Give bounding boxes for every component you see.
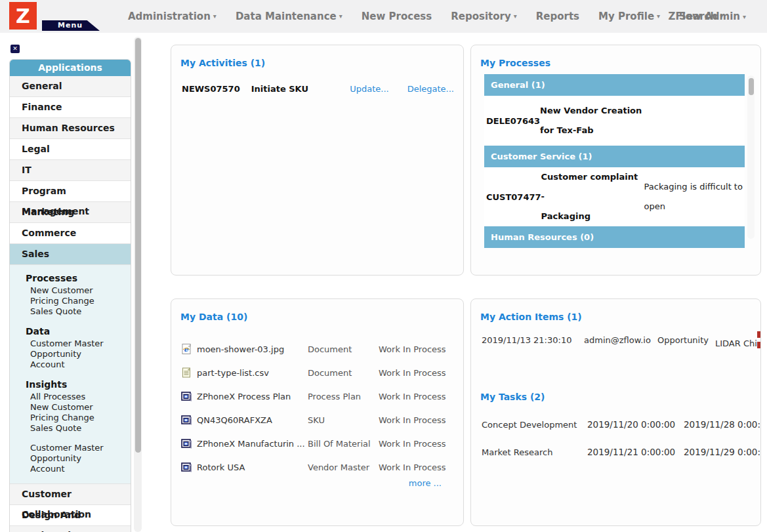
process-row[interactable]: DELE07643 New Vendor Creation for Tex-Fa… bbox=[484, 96, 745, 146]
applications-header: Applications bbox=[10, 60, 131, 76]
process-group-human-resources[interactable]: Human Resources (0) bbox=[484, 226, 745, 248]
my-action-items-card: My Action Items (1) 2019/11/13 21:30:10 … bbox=[470, 298, 761, 526]
data-row[interactable]: ZPhoneX Manufacturin ... Bill Of Materia… bbox=[181, 432, 454, 455]
data-item-name: QN43Q60RAFXZA bbox=[197, 415, 272, 425]
more-link[interactable]: more ... bbox=[409, 478, 442, 488]
submenu-link-account[interactable]: Account bbox=[26, 359, 125, 370]
data-row[interactable]: QN43Q60RAFXZA SKU Work In Process bbox=[181, 408, 454, 432]
task-end-date: 2019/11/29 0:00:00 bbox=[684, 447, 760, 457]
sidebar-item-commerce[interactable]: Commerce bbox=[10, 223, 131, 244]
submenu-link-pricing-change[interactable]: Pricing Change bbox=[26, 296, 125, 306]
process-name: Customer complaint - Packaging bbox=[541, 167, 644, 226]
action-item-name: LIDAR Chip bbox=[715, 335, 761, 348]
processes-scrollbar[interactable] bbox=[747, 75, 755, 239]
data-item-status: Work In Process bbox=[379, 368, 454, 378]
sidebar-item-it[interactable]: IT bbox=[10, 160, 131, 181]
sidebar-item-program-management[interactable]: Program Management bbox=[10, 181, 131, 202]
caret-down-icon: ▾ bbox=[743, 13, 746, 20]
submenu-link-insights-sales-quote[interactable]: Sales Quote bbox=[26, 423, 125, 434]
sidebar-item-legal[interactable]: Legal bbox=[10, 139, 131, 160]
zflow-logo[interactable]: Z bbox=[9, 2, 37, 30]
top-navbar: Z Administration▾ Data Maintenance▾ New … bbox=[0, 0, 767, 33]
submenu-link-insights-new-customer[interactable]: New Customer bbox=[26, 402, 125, 413]
data-object-icon bbox=[181, 462, 192, 473]
my-activities-title: My Activities (1) bbox=[171, 45, 463, 68]
caret-down-icon: ▾ bbox=[657, 12, 660, 20]
my-processes-card: My Processes General (1) DELE07643 New V… bbox=[470, 45, 761, 276]
submenu-link-insights-pricing-change[interactable]: Pricing Change bbox=[26, 413, 125, 423]
my-data-title: My Data (10) bbox=[171, 299, 463, 322]
submenu-gap bbox=[26, 434, 125, 443]
task-end-date: 2019/11/28 0:00:00 bbox=[684, 419, 760, 430]
task-row[interactable]: Concept Development 2019/11/20 0:00:00 2… bbox=[482, 419, 760, 430]
image-file-icon: e bbox=[181, 344, 192, 355]
update-link[interactable]: Update... bbox=[350, 84, 388, 94]
submenu-link-insights-opportunity[interactable]: Opportunity bbox=[26, 453, 125, 464]
data-item-type: Bill Of Material bbox=[308, 439, 379, 449]
my-processes-title: My Processes bbox=[471, 45, 760, 68]
sidebar-item-purchasing[interactable]: Purchasing bbox=[10, 526, 131, 532]
process-description: Packaging is difficult to open bbox=[644, 177, 745, 216]
nav-my-profile[interactable]: My Profile▾ bbox=[598, 10, 660, 22]
processes-scrollbar-thumb[interactable] bbox=[749, 78, 754, 95]
nav-administration[interactable]: Administration▾ bbox=[128, 10, 217, 22]
my-data-card: My Data (10) emoen-shower-03.jpg Documen… bbox=[171, 298, 464, 526]
submenu-link-opportunity[interactable]: Opportunity bbox=[26, 349, 125, 359]
applications-sidebar: Applications General Finance Human Resou… bbox=[9, 59, 131, 532]
submenu-link-insights-customer-master[interactable]: Customer Master bbox=[26, 443, 125, 453]
process-name: New Vendor Creation for Tex-Fab bbox=[540, 101, 643, 140]
submenu-link-new-customer[interactable]: New Customer bbox=[26, 285, 125, 296]
activity-row: NEWS07570 Initiate SKU Update... Delegat… bbox=[182, 84, 454, 94]
data-object-icon bbox=[181, 438, 192, 449]
action-item-row[interactable]: 2019/11/13 21:30:10 admin@zflow.io Oppor… bbox=[482, 335, 760, 348]
process-group-customer-service[interactable]: Customer Service (1) bbox=[484, 146, 745, 167]
sidebar-item-finance[interactable]: Finance bbox=[10, 97, 131, 118]
text-file-icon bbox=[181, 367, 192, 379]
process-row[interactable]: CUST07477 Customer complaint - Packaging… bbox=[484, 167, 745, 226]
delegate-link[interactable]: Delegate... bbox=[407, 84, 454, 94]
data-item-name: ZPhoneX Manufacturin ... bbox=[197, 439, 305, 449]
data-item-type: Document bbox=[308, 368, 379, 378]
nav-reports[interactable]: Reports bbox=[536, 10, 579, 22]
caret-down-icon: ▾ bbox=[213, 12, 217, 20]
my-action-items-title: My Action Items (1) bbox=[471, 299, 760, 322]
data-row[interactable]: emoen-shower-03.jpg Document Work In Pro… bbox=[181, 337, 454, 361]
process-group-general[interactable]: General (1) bbox=[484, 74, 745, 96]
svg-text:e: e bbox=[184, 345, 189, 354]
sidebar-item-human-resources[interactable]: Human Resources bbox=[10, 118, 131, 139]
data-item-name: moen-shower-03.jpg bbox=[197, 344, 284, 354]
sidebar-close-icon[interactable]: ✕ bbox=[10, 45, 20, 53]
submenu-link-all-processes[interactable]: All Processes bbox=[26, 392, 125, 402]
data-row[interactable]: Rotork USA Vendor Master Work In Process bbox=[181, 455, 454, 479]
submenu-link-sales-quote[interactable]: Sales Quote bbox=[26, 306, 125, 317]
nav-new-process[interactable]: New Process bbox=[362, 10, 432, 22]
my-data-table: emoen-shower-03.jpg Document Work In Pro… bbox=[181, 337, 454, 479]
data-item-type: Process Plan bbox=[308, 392, 379, 401]
sidebar-item-sales[interactable]: Sales bbox=[10, 244, 131, 265]
action-item-type: Opportunity bbox=[657, 335, 715, 348]
sidebar-item-general[interactable]: General bbox=[10, 76, 131, 97]
sidebar-item-design-and-engineering[interactable]: Design And Engineering bbox=[10, 505, 131, 526]
action-item-user: admin@zflow.io bbox=[584, 335, 657, 348]
sidebar-item-customer-collaboration[interactable]: Customer Collaboration bbox=[10, 484, 131, 505]
data-item-status: Work In Process bbox=[379, 344, 454, 354]
data-row[interactable]: ZPhoneX Process Plan Process Plan Work I… bbox=[181, 384, 454, 408]
sales-submenu: Processes New Customer Pricing Change Sa… bbox=[10, 265, 131, 484]
sidebar-scrollbar[interactable] bbox=[134, 37, 142, 532]
submenu-link-insights-account[interactable]: Account bbox=[26, 464, 125, 474]
data-item-status: Work In Process bbox=[379, 462, 454, 472]
user-menu-zflow-admin[interactable]: ZFlow Admin ▾ bbox=[669, 0, 746, 33]
activity-name: Initiate SKU bbox=[251, 84, 308, 94]
task-name: Concept Development bbox=[482, 420, 587, 430]
task-name: Market Research bbox=[482, 447, 587, 457]
data-row[interactable]: part-type-list.csv Document Work In Proc… bbox=[181, 361, 454, 384]
submenu-link-customer-master[interactable]: Customer Master bbox=[26, 338, 125, 349]
zflow-dashboard: Z Administration▾ Data Maintenance▾ New … bbox=[0, 0, 767, 532]
nav-repository[interactable]: Repository▾ bbox=[451, 10, 517, 22]
task-start-date: 2019/11/20 0:00:00 bbox=[587, 419, 684, 430]
sidebar-item-marketing[interactable]: Marketing bbox=[10, 202, 131, 223]
task-row[interactable]: Market Research 2019/11/21 0:00:00 2019/… bbox=[482, 447, 760, 457]
sidebar-scrollbar-thumb[interactable] bbox=[135, 38, 141, 453]
nav-data-maintenance[interactable]: Data Maintenance▾ bbox=[236, 10, 342, 22]
main-nav: Administration▾ Data Maintenance▾ New Pr… bbox=[128, 0, 723, 33]
